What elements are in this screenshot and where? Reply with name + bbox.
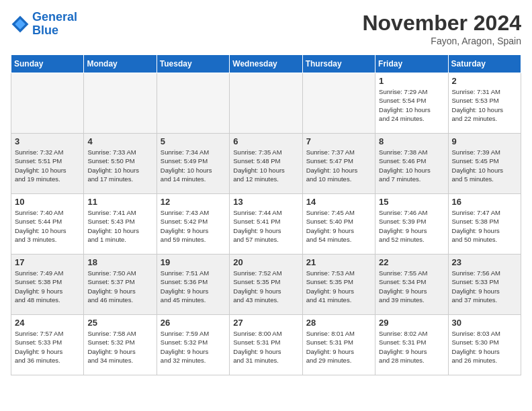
- day-info: Sunrise: 7:34 AM Sunset: 5:49 PM Dayligh…: [161, 148, 226, 183]
- day-number: 26: [161, 318, 226, 328]
- day-number: 3: [15, 136, 80, 146]
- day-info: Sunrise: 8:00 AM Sunset: 5:31 PM Dayligh…: [233, 329, 298, 365]
- weekday-header-row: SundayMondayTuesdayWednesdayThursdayFrid…: [11, 55, 521, 73]
- day-info: Sunrise: 7:43 AM Sunset: 5:42 PM Dayligh…: [161, 208, 226, 244]
- day-number: 19: [161, 257, 226, 267]
- calendar-week-row: 3Sunrise: 7:32 AM Sunset: 5:51 PM Daylig…: [11, 134, 521, 194]
- calendar-day: 15Sunrise: 7:46 AM Sunset: 5:39 PM Dayli…: [375, 194, 448, 255]
- calendar-day: 17Sunrise: 7:49 AM Sunset: 5:38 PM Dayli…: [11, 255, 84, 315]
- day-number: 25: [87, 318, 152, 328]
- day-info: Sunrise: 7:37 AM Sunset: 5:47 PM Dayligh…: [306, 148, 371, 183]
- day-number: 2: [452, 76, 517, 86]
- day-number: 29: [379, 318, 444, 328]
- calendar-day: [302, 73, 375, 134]
- day-info: Sunrise: 7:40 AM Sunset: 5:44 PM Dayligh…: [15, 208, 80, 244]
- calendar-table: SundayMondayTuesdayWednesdayThursdayFrid…: [11, 54, 521, 375]
- weekday-header-monday: Monday: [84, 55, 157, 73]
- day-number: 17: [15, 257, 80, 267]
- calendar-day: 6Sunrise: 7:35 AM Sunset: 5:48 PM Daylig…: [230, 134, 302, 194]
- day-number: 22: [379, 257, 444, 267]
- calendar-day: 7Sunrise: 7:37 AM Sunset: 5:47 PM Daylig…: [302, 134, 375, 194]
- weekday-header-friday: Friday: [375, 55, 448, 73]
- day-number: 10: [15, 197, 80, 207]
- day-number: 21: [306, 257, 371, 267]
- calendar-day: 3Sunrise: 7:32 AM Sunset: 5:51 PM Daylig…: [11, 134, 84, 194]
- calendar-day: 24Sunrise: 7:57 AM Sunset: 5:33 PM Dayli…: [11, 315, 84, 375]
- day-number: 5: [161, 136, 226, 146]
- day-number: 11: [87, 197, 152, 207]
- logo-icon: [11, 15, 30, 34]
- day-number: 7: [306, 136, 371, 146]
- calendar-day: 5Sunrise: 7:34 AM Sunset: 5:49 PM Daylig…: [157, 134, 229, 194]
- calendar-day: 21Sunrise: 7:53 AM Sunset: 5:35 PM Dayli…: [302, 255, 375, 315]
- calendar-day: [11, 73, 84, 134]
- calendar-week-row: 1Sunrise: 7:29 AM Sunset: 5:54 PM Daylig…: [11, 73, 521, 134]
- day-number: 28: [306, 318, 371, 328]
- day-number: 4: [87, 136, 152, 146]
- day-number: 14: [306, 197, 371, 207]
- day-info: Sunrise: 7:56 AM Sunset: 5:33 PM Dayligh…: [452, 269, 517, 304]
- logo-text: General Blue: [32, 11, 77, 38]
- calendar-day: 9Sunrise: 7:39 AM Sunset: 5:45 PM Daylig…: [448, 134, 521, 194]
- day-number: 15: [379, 197, 444, 207]
- day-info: Sunrise: 7:45 AM Sunset: 5:40 PM Dayligh…: [306, 208, 371, 244]
- day-info: Sunrise: 7:50 AM Sunset: 5:37 PM Dayligh…: [87, 269, 152, 304]
- calendar-day: 4Sunrise: 7:33 AM Sunset: 5:50 PM Daylig…: [84, 134, 157, 194]
- weekday-header-saturday: Saturday: [448, 55, 521, 73]
- day-info: Sunrise: 7:33 AM Sunset: 5:50 PM Dayligh…: [87, 148, 152, 183]
- weekday-header-tuesday: Tuesday: [157, 55, 229, 73]
- calendar-day: 29Sunrise: 8:02 AM Sunset: 5:31 PM Dayli…: [375, 315, 448, 375]
- calendar-day: 23Sunrise: 7:56 AM Sunset: 5:33 PM Dayli…: [448, 255, 521, 315]
- calendar-day: 30Sunrise: 8:03 AM Sunset: 5:30 PM Dayli…: [448, 315, 521, 375]
- calendar-day: 28Sunrise: 8:01 AM Sunset: 5:31 PM Dayli…: [302, 315, 375, 375]
- day-number: 1: [379, 76, 444, 86]
- calendar-day: 10Sunrise: 7:40 AM Sunset: 5:44 PM Dayli…: [11, 194, 84, 255]
- day-info: Sunrise: 7:38 AM Sunset: 5:46 PM Dayligh…: [379, 148, 444, 183]
- calendar-day: 14Sunrise: 7:45 AM Sunset: 5:40 PM Dayli…: [302, 194, 375, 255]
- month-title: November 2024: [362, 11, 521, 36]
- title-block: November 2024 Fayon, Aragon, Spain: [362, 11, 521, 46]
- day-number: 23: [452, 257, 517, 267]
- day-info: Sunrise: 7:47 AM Sunset: 5:38 PM Dayligh…: [452, 208, 517, 244]
- weekday-header-thursday: Thursday: [302, 55, 375, 73]
- calendar-day: 18Sunrise: 7:50 AM Sunset: 5:37 PM Dayli…: [84, 255, 157, 315]
- day-info: Sunrise: 7:52 AM Sunset: 5:35 PM Dayligh…: [233, 269, 298, 304]
- calendar-day: 12Sunrise: 7:43 AM Sunset: 5:42 PM Dayli…: [157, 194, 229, 255]
- day-info: Sunrise: 7:53 AM Sunset: 5:35 PM Dayligh…: [306, 269, 371, 304]
- day-number: 18: [87, 257, 152, 267]
- calendar-day: [157, 73, 229, 134]
- day-number: 6: [233, 136, 298, 146]
- day-info: Sunrise: 7:44 AM Sunset: 5:41 PM Dayligh…: [233, 208, 298, 244]
- day-number: 16: [452, 197, 517, 207]
- day-info: Sunrise: 8:03 AM Sunset: 5:30 PM Dayligh…: [452, 329, 517, 365]
- day-info: Sunrise: 7:55 AM Sunset: 5:34 PM Dayligh…: [379, 269, 444, 304]
- day-number: 20: [233, 257, 298, 267]
- location: Fayon, Aragon, Spain: [362, 36, 521, 46]
- calendar-week-row: 10Sunrise: 7:40 AM Sunset: 5:44 PM Dayli…: [11, 194, 521, 255]
- weekday-header-sunday: Sunday: [11, 55, 84, 73]
- day-info: Sunrise: 7:49 AM Sunset: 5:38 PM Dayligh…: [15, 269, 80, 304]
- calendar-day: 26Sunrise: 7:59 AM Sunset: 5:32 PM Dayli…: [157, 315, 229, 375]
- day-number: 8: [379, 136, 444, 146]
- calendar-day: 27Sunrise: 8:00 AM Sunset: 5:31 PM Dayli…: [230, 315, 302, 375]
- logo: General Blue: [11, 11, 77, 38]
- calendar-day: 11Sunrise: 7:41 AM Sunset: 5:43 PM Dayli…: [84, 194, 157, 255]
- day-info: Sunrise: 7:41 AM Sunset: 5:43 PM Dayligh…: [87, 208, 152, 244]
- day-number: 13: [233, 197, 298, 207]
- day-number: 24: [15, 318, 80, 328]
- day-info: Sunrise: 8:02 AM Sunset: 5:31 PM Dayligh…: [379, 329, 444, 365]
- calendar-day: 8Sunrise: 7:38 AM Sunset: 5:46 PM Daylig…: [375, 134, 448, 194]
- calendar-day: [230, 73, 302, 134]
- day-info: Sunrise: 7:29 AM Sunset: 5:54 PM Dayligh…: [379, 87, 444, 123]
- calendar-day: [84, 73, 157, 134]
- calendar-week-row: 24Sunrise: 7:57 AM Sunset: 5:33 PM Dayli…: [11, 315, 521, 375]
- calendar-day: 2Sunrise: 7:31 AM Sunset: 5:53 PM Daylig…: [448, 73, 521, 134]
- calendar-day: 13Sunrise: 7:44 AM Sunset: 5:41 PM Dayli…: [230, 194, 302, 255]
- calendar-week-row: 17Sunrise: 7:49 AM Sunset: 5:38 PM Dayli…: [11, 255, 521, 315]
- day-number: 30: [452, 318, 517, 328]
- day-number: 27: [233, 318, 298, 328]
- day-number: 9: [452, 136, 517, 146]
- weekday-header-wednesday: Wednesday: [230, 55, 302, 73]
- calendar-day: 25Sunrise: 7:58 AM Sunset: 5:32 PM Dayli…: [84, 315, 157, 375]
- page-header: General Blue November 2024 Fayon, Aragon…: [11, 11, 521, 46]
